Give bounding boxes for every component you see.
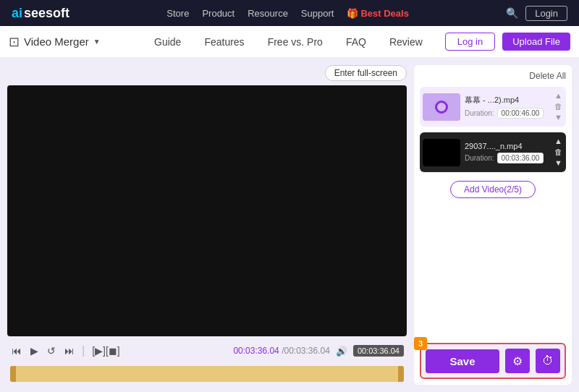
video-merger-icon: ⊡: [9, 34, 20, 50]
fullscreen-button[interactable]: Enter full-screen: [325, 65, 407, 81]
video-thumbnail-1: [423, 93, 460, 121]
timeline-track[interactable]: [10, 366, 404, 382]
nav-store[interactable]: Store: [166, 8, 189, 19]
video-name-1: 幕幕 - ...2).mp4: [465, 95, 549, 106]
video-player: [7, 85, 407, 336]
gear-icon: ⚙: [512, 354, 523, 368]
video-info-1: 幕幕 - ...2).mp4 Duration: 00:00:46.00: [465, 95, 549, 119]
time-display: 00:03:36.04 /00:03:36.04: [233, 346, 329, 356]
timeline-container: [7, 365, 407, 385]
app-login-button[interactable]: Log in: [445, 33, 495, 51]
video-item-2: 29037...._n.mp4 Duration: 00:03:36.00 ▲ …: [420, 132, 566, 172]
save-box: Save ⚙ ⏱: [420, 343, 566, 379]
app-nav-left: ⊡ Video Merger ▼: [9, 34, 132, 50]
save-area: 3 Save ⚙ ⏱: [420, 343, 566, 379]
video-item-controls-2: ▲ 🗑 ▼: [554, 137, 563, 168]
separator: |: [82, 344, 85, 357]
fullscreen-bar: Enter full-screen: [7, 65, 407, 81]
delete-all-button[interactable]: Delete All: [529, 71, 566, 81]
save-info-button[interactable]: ⏱: [536, 349, 560, 373]
play-button[interactable]: ▶: [29, 344, 40, 357]
nav-resource[interactable]: Resource: [248, 8, 288, 19]
dropdown-arrow-icon[interactable]: ▼: [93, 38, 101, 46]
player-controls: ⏮ ▶ ↺ ⏭ | [▶][◼] 00:03:36.04 /00:03:36.0…: [7, 341, 407, 360]
duration-value-1: 00:00:46.00: [497, 108, 544, 119]
video-down-button-2[interactable]: ▼: [554, 158, 563, 168]
gift-icon: 🎁: [347, 8, 358, 19]
loop-button[interactable]: ↺: [46, 344, 57, 357]
top-navbar: aiseesoft Store Product Resource Support…: [0, 0, 579, 26]
logo-ai: ai: [12, 6, 22, 21]
video-item-controls-1: ▲ 🗑 ▼: [554, 91, 563, 122]
save-step-badge: 3: [414, 337, 427, 350]
app-nav-right: Log in Upload File: [445, 33, 570, 51]
clip-button[interactable]: [▶][◼]: [90, 344, 122, 357]
video-info-2: 29037...._n.mp4 Duration: 00:03:36.00: [465, 142, 549, 163]
timeline-handle-left[interactable]: [10, 366, 16, 382]
app-nav-links: Guide Features Free vs. Pro FAQ Review: [132, 36, 445, 48]
timeline-handle-right[interactable]: [398, 366, 404, 382]
nav-best-deals[interactable]: 🎁 Best Deals: [347, 8, 408, 19]
video-up-button-1[interactable]: ▲: [554, 91, 563, 101]
video-duration-row-2: Duration: 00:03:36.00: [465, 153, 549, 163]
time-current: 00:03:36.04: [233, 346, 279, 356]
top-nav-links: Store Product Resource Support 🎁 Best De…: [166, 8, 409, 19]
app-navbar: ⊡ Video Merger ▼ Guide Features Free vs.…: [0, 26, 579, 58]
duration-value-2: 00:03:36.00: [497, 153, 544, 163]
nav-faq[interactable]: FAQ: [346, 36, 366, 48]
search-icon[interactable]: 🔍: [506, 7, 518, 19]
app-title: Video Merger: [24, 35, 89, 48]
duration-label-1: Duration:: [465, 109, 494, 117]
skip-forward-button[interactable]: ⏭: [63, 344, 76, 357]
volume-icon[interactable]: 🔊: [336, 346, 347, 357]
video-name-2: 29037...._n.mp4: [465, 142, 549, 150]
nav-features[interactable]: Features: [204, 36, 244, 48]
main-content: Enter full-screen ⏮ ▶ ↺ ⏭ | [▶][◼] 00:03…: [0, 58, 579, 392]
video-delete-button-2[interactable]: 🗑: [554, 148, 563, 157]
top-nav-right: 🔍 Login: [506, 6, 567, 21]
video-down-button-1[interactable]: ▼: [554, 113, 563, 122]
save-button[interactable]: Save: [426, 349, 499, 373]
nav-free-vs-pro[interactable]: Free vs. Pro: [268, 36, 323, 48]
nav-review[interactable]: Review: [389, 36, 423, 48]
upload-file-button[interactable]: Upload File: [502, 33, 570, 51]
clock-icon: ⏱: [542, 354, 554, 367]
video-thumbnail-2: [423, 139, 460, 166]
time-badge: 00:03:36.04: [353, 345, 404, 357]
left-panel: Enter full-screen ⏮ ▶ ↺ ⏭ | [▶][◼] 00:03…: [7, 65, 407, 385]
video-duration-row-1: Duration: 00:00:46.00: [465, 108, 549, 119]
right-panel: Delete All 幕幕 - ...2).mp4 Duration: 00:0…: [414, 65, 572, 385]
add-video-button[interactable]: Add Video(2/5): [450, 181, 536, 198]
nav-product[interactable]: Product: [202, 8, 234, 19]
time-total: /00:03:36.04: [282, 346, 330, 356]
thumbnail-circle: [435, 101, 448, 114]
nav-support[interactable]: Support: [301, 8, 334, 19]
top-login-button[interactable]: Login: [525, 6, 567, 21]
video-item-1: 幕幕 - ...2).mp4 Duration: 00:00:46.00 ▲ 🗑…: [420, 87, 566, 127]
skip-back-button[interactable]: ⏮: [10, 344, 23, 357]
video-up-button-2[interactable]: ▲: [554, 137, 563, 146]
video-delete-button-1[interactable]: 🗑: [554, 102, 563, 111]
duration-label-2: Duration:: [465, 154, 494, 162]
logo: aiseesoft: [12, 6, 69, 21]
save-settings-button[interactable]: ⚙: [505, 349, 530, 373]
delete-all-row: Delete All: [420, 71, 566, 81]
add-video-row: Add Video(2/5): [420, 181, 566, 198]
logo-seesoft: seesoft: [24, 6, 69, 21]
nav-guide[interactable]: Guide: [154, 36, 181, 48]
